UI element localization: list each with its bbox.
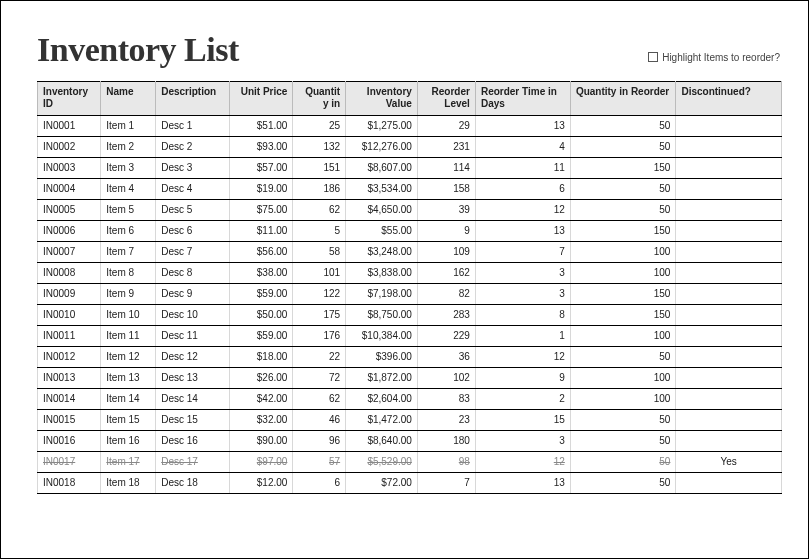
cell-price: $75.00 [230,200,293,221]
cell-name: Item 16 [101,431,156,452]
cell-id: IN0011 [38,326,101,347]
page-title: Inventory List [37,31,239,69]
cell-name: Item 3 [101,158,156,179]
cell-name: Item 10 [101,305,156,326]
cell-rqty: 100 [570,242,676,263]
cell-qty: 101 [293,263,346,284]
cell-desc: Desc 17 [156,452,230,473]
cell-price: $11.00 [230,221,293,242]
cell-id: IN0003 [38,158,101,179]
cell-disc [676,473,782,494]
cell-desc: Desc 14 [156,389,230,410]
cell-disc [676,221,782,242]
cell-price: $90.00 [230,431,293,452]
cell-disc [676,116,782,137]
cell-rtime: 13 [475,473,570,494]
cell-rlevel: 82 [417,284,475,305]
cell-desc: Desc 16 [156,431,230,452]
col-inventory-id[interactable]: Inventory ID [38,82,101,116]
cell-disc [676,368,782,389]
table-row[interactable]: IN0014Item 14Desc 14$42.0062$2,604.00832… [38,389,782,410]
cell-id: IN0009 [38,284,101,305]
col-quantity-reorder[interactable]: Quantity in Reorder [570,82,676,116]
cell-id: IN0015 [38,410,101,431]
table-row[interactable]: IN0010Item 10Desc 10$50.00175$8,750.0028… [38,305,782,326]
table-row[interactable]: IN0004Item 4Desc 4$19.00186$3,534.001586… [38,179,782,200]
cell-value: $3,534.00 [346,179,418,200]
table-row[interactable]: IN0009Item 9Desc 9$59.00122$7,198.008231… [38,284,782,305]
table-row[interactable]: IN0013Item 13Desc 13$26.0072$1,872.00102… [38,368,782,389]
cell-qty: 6 [293,473,346,494]
cell-disc [676,389,782,410]
cell-disc [676,137,782,158]
cell-name: Item 17 [101,452,156,473]
cell-desc: Desc 2 [156,137,230,158]
cell-disc [676,242,782,263]
table-row[interactable]: IN0006Item 6Desc 6$11.005$55.00913150 [38,221,782,242]
col-unit-price[interactable]: Unit Price [230,82,293,116]
cell-rlevel: 229 [417,326,475,347]
cell-rlevel: 283 [417,305,475,326]
col-reorder-time[interactable]: Reorder Time in Days [475,82,570,116]
cell-rqty: 150 [570,284,676,305]
cell-desc: Desc 3 [156,158,230,179]
cell-rlevel: 162 [417,263,475,284]
table-row[interactable]: IN0002Item 2Desc 2$93.00132$12,276.00231… [38,137,782,158]
cell-rtime: 12 [475,347,570,368]
cell-name: Item 9 [101,284,156,305]
cell-name: Item 5 [101,200,156,221]
table-row[interactable]: IN0012Item 12Desc 12$18.0022$396.0036125… [38,347,782,368]
table-row[interactable]: IN0011Item 11Desc 11$59.00176$10,384.002… [38,326,782,347]
cell-disc [676,326,782,347]
cell-price: $57.00 [230,158,293,179]
cell-id: IN0004 [38,179,101,200]
cell-name: Item 12 [101,347,156,368]
cell-rqty: 150 [570,305,676,326]
checkbox-icon [648,52,658,62]
cell-disc [676,305,782,326]
table-row[interactable]: IN0018Item 18Desc 18$12.006$72.0071350 [38,473,782,494]
col-reorder-level[interactable]: Reorder Level [417,82,475,116]
cell-value: $1,472.00 [346,410,418,431]
cell-price: $59.00 [230,284,293,305]
cell-desc: Desc 4 [156,179,230,200]
table-row[interactable]: IN0003Item 3Desc 3$57.00151$8,607.001141… [38,158,782,179]
col-quantity-stock[interactable]: Quantit y in [293,82,346,116]
cell-price: $51.00 [230,116,293,137]
cell-id: IN0018 [38,473,101,494]
cell-value: $55.00 [346,221,418,242]
cell-value: $72.00 [346,473,418,494]
cell-rlevel: 39 [417,200,475,221]
cell-desc: Desc 13 [156,368,230,389]
cell-price: $42.00 [230,389,293,410]
cell-disc [676,200,782,221]
table-row[interactable]: IN0017Item 17Desc 17$97.0057$5,529.00981… [38,452,782,473]
cell-price: $93.00 [230,137,293,158]
highlight-label: Highlight Items to reorder? [662,52,780,63]
cell-value: $4,650.00 [346,200,418,221]
cell-qty: 72 [293,368,346,389]
highlight-checkbox[interactable]: Highlight Items to reorder? [648,52,780,63]
cell-rqty: 50 [570,347,676,368]
cell-rlevel: 114 [417,158,475,179]
col-discontinued[interactable]: Discontinued? [676,82,782,116]
table-row[interactable]: IN0007Item 7Desc 7$56.0058$3,248.0010971… [38,242,782,263]
table-row[interactable]: IN0008Item 8Desc 8$38.00101$3,838.001623… [38,263,782,284]
table-row[interactable]: IN0015Item 15Desc 15$32.0046$1,472.00231… [38,410,782,431]
cell-qty: 22 [293,347,346,368]
cell-price: $59.00 [230,326,293,347]
cell-rtime: 2 [475,389,570,410]
col-description[interactable]: Description [156,82,230,116]
cell-rqty: 50 [570,431,676,452]
table-row[interactable]: IN0005Item 5Desc 5$75.0062$4,650.0039125… [38,200,782,221]
col-name[interactable]: Name [101,82,156,116]
cell-name: Item 13 [101,368,156,389]
table-row[interactable]: IN0001Item 1Desc 1$51.0025$1,275.0029135… [38,116,782,137]
cell-rtime: 9 [475,368,570,389]
cell-id: IN0016 [38,431,101,452]
cell-rlevel: 158 [417,179,475,200]
cell-rtime: 13 [475,116,570,137]
cell-disc [676,410,782,431]
col-inventory-value[interactable]: Inventory Value [346,82,418,116]
table-row[interactable]: IN0016Item 16Desc 16$90.0096$8,640.00180… [38,431,782,452]
